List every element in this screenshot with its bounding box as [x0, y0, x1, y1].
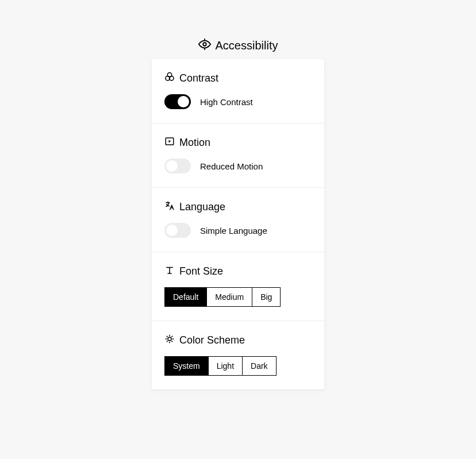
simple-language-toggle[interactable]: [164, 223, 191, 238]
section-title-color-scheme: Color Scheme: [164, 334, 312, 347]
reduced-motion-toggle[interactable]: [164, 159, 191, 173]
svg-point-5: [168, 337, 171, 341]
section-color-scheme: Color Scheme System Light Dark: [152, 321, 324, 389]
font-size-option-default[interactable]: Default: [165, 288, 207, 306]
reduced-motion-label: Reduced Motion: [200, 161, 263, 171]
language-icon: [164, 200, 175, 214]
font-size-icon: [164, 265, 175, 278]
svg-point-0: [203, 43, 206, 46]
page-title: Accessibility: [216, 39, 278, 52]
font-size-segmented: Default Medium Big: [164, 287, 281, 307]
section-title-motion: Motion: [164, 136, 312, 149]
color-scheme-option-dark[interactable]: Dark: [243, 357, 276, 375]
section-title-language: Language: [164, 200, 312, 214]
color-scheme-option-system[interactable]: System: [165, 357, 209, 375]
color-scheme-icon: [164, 334, 175, 347]
font-size-option-medium[interactable]: Medium: [207, 288, 252, 306]
color-scheme-option-light[interactable]: Light: [209, 357, 243, 375]
motion-icon: [164, 136, 175, 149]
section-title-contrast: Contrast: [164, 72, 312, 85]
color-scheme-segmented: System Light Dark: [164, 356, 277, 376]
contrast-icon: [164, 72, 175, 85]
section-contrast: Contrast High Contrast: [152, 59, 324, 124]
font-size-option-big[interactable]: Big: [252, 288, 280, 306]
accessibility-panel: Contrast High Contrast Motion Reduced Mo…: [152, 59, 324, 389]
section-motion: Motion Reduced Motion: [152, 124, 324, 188]
simple-language-label: Simple Language: [200, 226, 267, 236]
eye-icon: [198, 38, 211, 53]
section-title-font-size: Font Size: [164, 265, 312, 278]
high-contrast-label: High Contrast: [200, 97, 253, 107]
section-font-size: Font Size Default Medium Big: [152, 252, 324, 321]
high-contrast-toggle[interactable]: [164, 94, 191, 109]
accessibility-header: Accessibility: [0, 38, 476, 53]
section-language: Language Simple Language: [152, 188, 324, 252]
